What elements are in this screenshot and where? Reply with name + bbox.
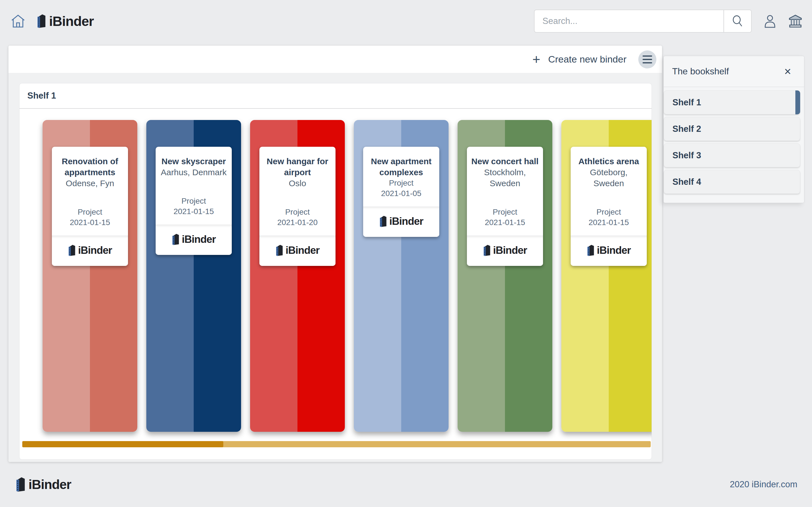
ibinder-book-icon (68, 244, 76, 256)
binder-type: Project (262, 207, 333, 217)
ibinder-book-icon (379, 216, 387, 227)
footer: iBinder 2020 iBinder.com (0, 462, 812, 507)
bookshelf-menu-button[interactable] (638, 50, 656, 68)
binder-card[interactable]: New concert hall Stockholm, Sweden Proje… (458, 120, 552, 432)
footer-brand-logo: iBinder (15, 477, 71, 492)
ibinder-book-icon (37, 14, 46, 28)
binder-date: 2021-01-15 (573, 217, 644, 228)
brand-logo[interactable]: iBinder (37, 13, 94, 29)
search-input[interactable] (535, 10, 723, 32)
label-logo: iBinder (467, 235, 543, 266)
plus-icon: + (532, 53, 540, 66)
ibinder-book-icon (483, 244, 491, 256)
label-logo: iBinder (259, 235, 336, 266)
search-icon (732, 15, 744, 27)
ibinder-book-icon (275, 244, 283, 256)
label-logo: iBinder (363, 207, 439, 237)
shelf-section: Shelf 1 Renovation of appartments Odense… (19, 83, 652, 460)
binder-date: 2021-01-05 (366, 188, 437, 199)
label-logo: iBinder (52, 235, 128, 266)
binder-card[interactable]: New skyscraper Aarhus, Denmark Project 2… (146, 120, 241, 432)
shelf-title: Shelf 1 (28, 91, 56, 101)
binder-type: Project (470, 207, 540, 217)
ibinder-book-icon (587, 244, 595, 256)
footer-copyright: 2020 iBinder.com (730, 480, 797, 490)
bank-icon[interactable] (788, 14, 802, 28)
binder-date: 2021-01-20 (262, 217, 333, 228)
binder-card[interactable]: Athletics arena Göteborg, Sweden Project… (561, 120, 652, 432)
binder-type: Project (55, 207, 125, 217)
hamburger-icon (643, 55, 652, 57)
binder-label: New hangar for airport Oslo Project 2021… (259, 147, 336, 266)
binder-title: New concert hall (470, 156, 540, 167)
binder-location: Aarhus, Denmark (158, 167, 229, 178)
board-body: Shelf 1 Renovation of appartments Odense… (8, 73, 662, 462)
shelf-list-item-shelf-2[interactable]: Shelf 2 (664, 117, 800, 141)
bookshelf-panel-header: The bookshelf × (664, 56, 804, 87)
binder-date: 2021-01-15 (158, 206, 229, 217)
topbar-left: iBinder (11, 13, 94, 29)
binder-title: Athletics arena (573, 156, 644, 167)
user-icon[interactable] (763, 14, 776, 28)
binder-type: Project (158, 196, 229, 206)
board-toolbar: + Create new binder (8, 46, 662, 73)
search-button[interactable] (723, 10, 751, 32)
binder-label: New concert hall Stockholm, Sweden Proje… (467, 147, 543, 266)
topbar: iBinder (0, 0, 812, 42)
binder-card[interactable]: New apartment complexes Project 2021-01-… (354, 120, 449, 432)
shelf-list-item-shelf-4[interactable]: Shelf 4 (664, 170, 800, 194)
binder-location: Oslo (262, 178, 333, 189)
binder-title: Renovation of appartments (55, 156, 125, 178)
binder-location: Göteborg, Sweden (573, 167, 644, 189)
scrollbar-thumb[interactable] (22, 441, 223, 447)
label-logo: iBinder (571, 235, 647, 266)
shelf-list-item-shelf-3[interactable]: Shelf 3 (664, 144, 800, 167)
binder-title: New hangar for airport (262, 156, 333, 178)
close-icon[interactable]: × (784, 66, 791, 77)
binder-location: Stockholm, Sweden (470, 167, 540, 189)
binder-title: New skyscraper (158, 156, 229, 167)
ibinder-book-icon (15, 477, 26, 492)
binder-type: Project (573, 207, 644, 217)
binder-label: New apartment complexes Project 2021-01-… (363, 147, 439, 237)
create-new-binder-button[interactable]: + Create new binder (532, 53, 626, 66)
active-shelf-indicator (795, 91, 800, 114)
binder-row: Renovation of appartments Odense, Fyn Pr… (19, 109, 652, 432)
home-icon[interactable] (11, 14, 26, 28)
topbar-right (534, 10, 802, 33)
binder-label: Renovation of appartments Odense, Fyn Pr… (52, 147, 128, 266)
binder-date: 2021-01-15 (55, 217, 125, 228)
binder-location: Odense, Fyn (55, 178, 125, 189)
binder-type: Project (366, 178, 437, 188)
binder-board: + Create new binder Shelf 1 Renovatio (8, 46, 662, 462)
binder-card[interactable]: Renovation of appartments Odense, Fyn Pr… (43, 120, 137, 432)
label-logo: iBinder (156, 224, 232, 255)
create-new-binder-label: Create new binder (548, 54, 626, 65)
shelf-list-item-shelf-1[interactable]: Shelf 1 (664, 91, 800, 114)
searchbox (534, 10, 752, 33)
bookshelf-panel-title: The bookshelf (672, 66, 729, 76)
binder-label: Athletics arena Göteborg, Sweden Project… (571, 147, 647, 266)
bookshelf-panel: The bookshelf × Shelf 1 Shelf 2 Shelf 3 … (663, 56, 804, 203)
binder-title: New apartment complexes (366, 156, 437, 178)
brand-name: iBinder (49, 13, 94, 29)
shelf-list: Shelf 1 Shelf 2 Shelf 3 Shelf 4 (664, 87, 804, 194)
binder-label: New skyscraper Aarhus, Denmark Project 2… (156, 147, 232, 255)
shelf-header: Shelf 1 (19, 83, 652, 109)
shelf-horizontal-scrollbar[interactable] (22, 441, 651, 447)
binder-date: 2021-01-15 (470, 217, 540, 228)
ibinder-book-icon (172, 233, 180, 245)
binder-card[interactable]: New hangar for airport Oslo Project 2021… (250, 120, 345, 432)
